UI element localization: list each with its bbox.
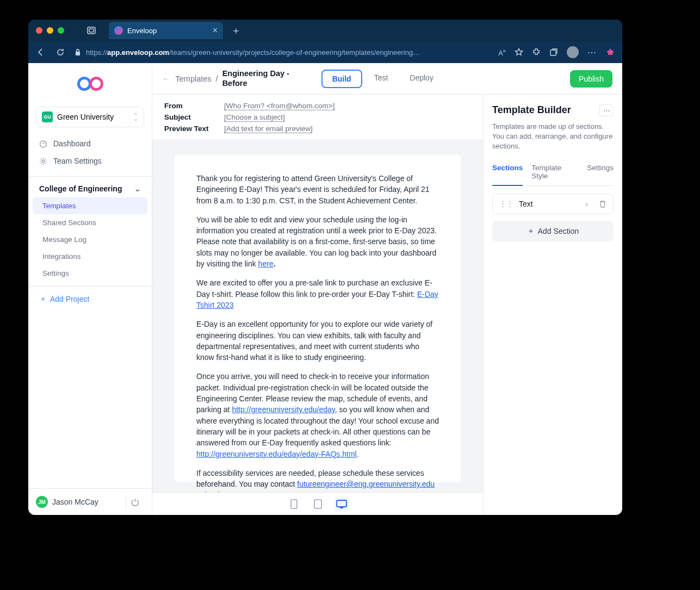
link-email[interactable]: futureengineer@eng.greenuniversity.edu (297, 480, 435, 488)
email-p6: If accessibility services are needed, pl… (196, 468, 439, 492)
gear-icon (39, 157, 48, 165)
main-area: ← Templates / Engineering Day - Before B… (152, 63, 622, 515)
nav-label: Dashboard (53, 139, 91, 148)
mode-tab-test[interactable]: Test (364, 70, 398, 88)
tab-close-button[interactable]: × (213, 26, 218, 35)
section-row-text[interactable]: ⋮⋮ Text › (492, 194, 614, 214)
extensions-icon[interactable] (532, 48, 541, 57)
panel-tab-settings[interactable]: Settings (587, 164, 614, 185)
nav-dashboard[interactable]: Dashboard (33, 135, 147, 152)
breadcrumb: ← Templates / Engineering Day - Before (162, 69, 309, 88)
delete-section-button[interactable] (599, 200, 606, 208)
mode-tabs: Build Test Deploy (321, 70, 443, 88)
tab-overview-icon[interactable] (84, 24, 99, 37)
profile-avatar[interactable] (567, 46, 579, 58)
subnav-settings[interactable]: Settings (33, 265, 147, 282)
gauge-icon (39, 140, 48, 148)
drag-handle-icon[interactable]: ⋮⋮ (499, 200, 513, 208)
device-tablet[interactable] (311, 497, 325, 511)
nav-team-settings[interactable]: Team Settings (33, 152, 147, 170)
titlebar: Enveloop × ＋ (28, 20, 622, 41)
url-text: https://app.enveloop.com/teams/green-uni… (86, 48, 420, 57)
plus-icon: ＋ (527, 226, 535, 236)
from-label: From (164, 102, 216, 110)
refresh-button[interactable] (54, 48, 66, 57)
svg-rect-7 (337, 500, 346, 507)
chevron-down-icon: ⌄ (134, 184, 141, 193)
svg-rect-1 (89, 29, 94, 32)
address-bar[interactable]: https://app.enveloop.com/teams/green-uni… (74, 48, 491, 57)
plus-icon: ＋ (39, 294, 47, 304)
panel-description: Templates are made up of sections. You c… (492, 122, 614, 152)
link-here[interactable]: here (258, 259, 274, 268)
collections-icon[interactable] (549, 48, 558, 57)
subject-label: Subject (164, 113, 216, 121)
subnav-shared-sections[interactable]: Shared Sections (33, 214, 147, 231)
svg-point-4 (42, 160, 45, 163)
breadcrumb-current: Engineering Day - Before (222, 69, 309, 88)
subject-value[interactable]: [Choose a subject] (224, 113, 285, 121)
sidebar: GU Green University ⌃⌄ Dashboard Team Se… (28, 63, 152, 515)
breadcrumb-back[interactable]: ← (162, 74, 170, 83)
device-bar (152, 492, 483, 515)
add-project-button[interactable]: ＋ Add Project (28, 286, 152, 312)
window-close-button[interactable] (36, 27, 42, 34)
breadcrumb-parent[interactable]: Templates (176, 74, 212, 83)
favorites-icon[interactable] (515, 48, 523, 57)
url-bar: https://app.enveloop.com/teams/green-uni… (28, 41, 622, 63)
panel-tab-style[interactable]: Template Style (531, 164, 578, 185)
email-p4: E-Day is an excellent opportunity for yo… (196, 319, 439, 363)
device-desktop[interactable] (334, 497, 349, 511)
browser-window: Enveloop × ＋ https://app.enveloop.com/te… (28, 20, 622, 515)
sidebar-footer: JM Jason McCay (28, 488, 152, 515)
add-project-label: Add Project (50, 295, 89, 303)
subnav-templates[interactable]: Templates (33, 197, 147, 214)
from-value[interactable]: [Who From? <from@whom.com>] (224, 102, 335, 110)
email-p2: You will be able to edit and view your s… (196, 214, 439, 269)
team-selector[interactable]: GU Green University ⌃⌄ (36, 107, 144, 127)
read-aloud-icon[interactable]: A» (498, 48, 506, 57)
logo[interactable] (28, 63, 152, 107)
device-mobile[interactable] (287, 497, 301, 511)
subnav-message-log[interactable]: Message Log (33, 231, 147, 248)
panel-tabs: Sections Template Style Settings (492, 164, 614, 186)
chevron-updown-icon: ⌃⌄ (133, 114, 138, 120)
preview-value[interactable]: [Add text for email preview] (224, 125, 313, 133)
user-avatar[interactable]: JM (36, 496, 48, 508)
tab-title: Enveloop (127, 27, 157, 35)
chevron-right-icon: › (585, 200, 588, 208)
more-icon[interactable]: ⋯ (587, 47, 596, 58)
add-section-label: Add Section (538, 227, 579, 235)
back-button[interactable] (35, 48, 47, 57)
panel-title: Template Builder (492, 104, 571, 116)
publish-button[interactable]: Publish (570, 70, 612, 88)
svg-rect-6 (314, 500, 321, 508)
panel-tab-sections[interactable]: Sections (492, 164, 523, 186)
svg-rect-5 (291, 500, 297, 508)
preview-label: Preview Text (164, 125, 216, 133)
topbar: ← Templates / Engineering Day - Before B… (152, 63, 622, 95)
project-name: College of Engineering (39, 184, 122, 193)
team-badge: GU (42, 111, 53, 122)
copilot-icon[interactable] (605, 47, 616, 58)
subnav-integrations[interactable]: Integrations (33, 248, 147, 265)
logout-button[interactable] (126, 494, 144, 510)
window-minimize-button[interactable] (47, 27, 53, 34)
canvas[interactable]: Thank you for registering to attend Gree… (152, 140, 483, 492)
link-eday[interactable]: http://greenuniversity.edu/eday (232, 405, 334, 414)
mode-tab-build[interactable]: Build (321, 70, 362, 88)
project-header[interactable]: College of Engineering ⌄ (28, 184, 152, 197)
template-builder-panel: Template Builder ⋯ Templates are made up… (483, 95, 622, 515)
email-preview[interactable]: Thank you for registering to attend Gree… (175, 154, 461, 482)
email-p1: Thank you for registering to attend Gree… (196, 173, 439, 206)
link-faq[interactable]: http://greenuniversity.edu/eday/eday-FAQ… (196, 450, 357, 458)
mode-tab-deploy[interactable]: Deploy (400, 70, 443, 88)
browser-tab[interactable]: Enveloop × (109, 22, 223, 39)
panel-menu-button[interactable]: ⋯ (599, 104, 614, 116)
new-tab-button[interactable]: ＋ (228, 23, 244, 38)
window-maximize-button[interactable] (58, 27, 64, 34)
nav-label: Team Settings (53, 157, 102, 165)
email-p5: Once you arrive, you will need to check-… (196, 371, 439, 459)
add-section-button[interactable]: ＋ Add Section (492, 221, 614, 241)
team-name: Green University (57, 113, 114, 121)
